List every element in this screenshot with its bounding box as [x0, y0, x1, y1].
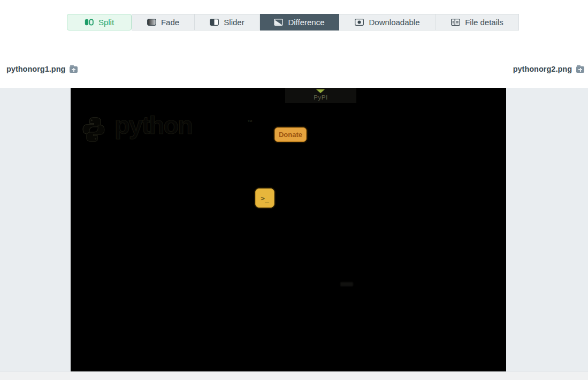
- view-mode-tabbar: Split Fade Slider: [67, 14, 519, 31]
- donate-button-remnant: Donate: [274, 127, 307, 142]
- downloadable-dot-icon: [355, 19, 364, 26]
- trademark-symbol: ™: [247, 119, 253, 125]
- left-file-label: pythonorg1.png: [6, 65, 78, 73]
- split-view-icon: [85, 19, 94, 26]
- file-details-table-icon: [451, 19, 460, 26]
- tab-downloadable-label: Downloadable: [369, 18, 419, 27]
- python-wordmark: python: [114, 110, 192, 140]
- fade-gradient-icon: [147, 19, 156, 26]
- dropdown-arrow-icon: [316, 89, 325, 93]
- left-file-name: pythonorg1.png: [6, 65, 65, 73]
- add-to-collection-icon[interactable]: [70, 66, 78, 73]
- tab-fade-label: Fade: [161, 18, 179, 27]
- tab-difference-label: Difference: [288, 18, 324, 27]
- comparison-viewer: PyPI python ™ Donate >_: [0, 88, 588, 371]
- add-to-collection-icon[interactable]: [576, 66, 584, 73]
- pypi-menu-label: PyPI: [285, 94, 356, 101]
- tab-fade[interactable]: Fade: [132, 14, 195, 31]
- faint-diff-artifact: [340, 282, 353, 286]
- terminal-prompt-icon: >_: [255, 188, 274, 208]
- difference-image: PyPI python ™ Donate >_: [71, 88, 506, 371]
- right-file-name: pythonorg2.png: [513, 65, 572, 73]
- python-snakes-icon: [80, 116, 107, 143]
- image-compare-app: Split Fade Slider: [0, 0, 588, 380]
- tab-difference[interactable]: Difference: [260, 14, 339, 31]
- slider-half-icon: [210, 19, 219, 26]
- tab-split-label: Split: [98, 18, 114, 27]
- difference-diagonal-icon: [274, 19, 283, 26]
- tab-split[interactable]: Split: [67, 14, 132, 31]
- tab-slider-label: Slider: [224, 18, 244, 27]
- tab-file-details-label: File details: [465, 18, 503, 27]
- right-file-label: pythonorg2.png: [513, 65, 584, 73]
- pypi-dropdown-remnant: PyPI: [285, 88, 356, 103]
- tab-file-details[interactable]: File details: [436, 14, 519, 31]
- footer-strip: [0, 371, 588, 380]
- python-logo-remnant: python ™: [80, 113, 257, 147]
- tab-slider[interactable]: Slider: [195, 14, 260, 31]
- tab-downloadable[interactable]: Downloadable: [339, 14, 436, 31]
